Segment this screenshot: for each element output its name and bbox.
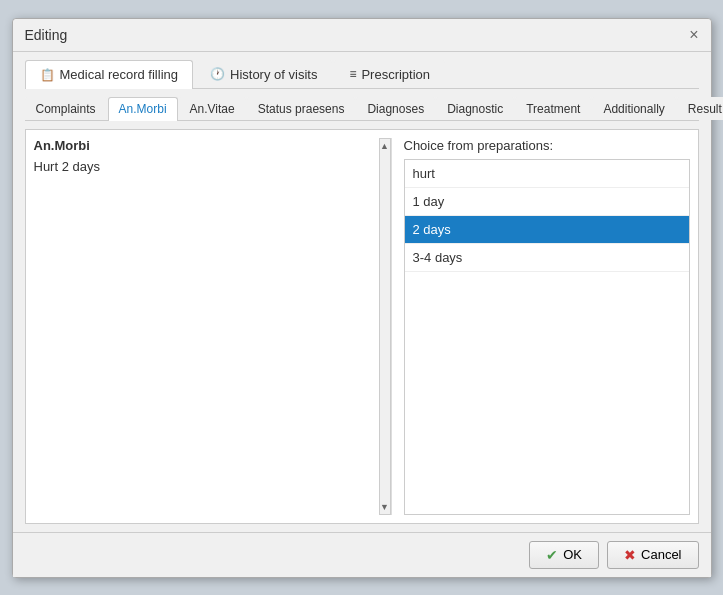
cancel-icon: ✖	[624, 547, 636, 563]
history-icon: 🕐	[210, 67, 225, 81]
tab-anmorbi[interactable]: An.Morbi	[108, 97, 178, 121]
choice-list: hurt 1 day 2 days 3-4 days	[404, 159, 690, 515]
ok-button[interactable]: ✔ OK	[529, 541, 599, 569]
list-item[interactable]: 1 day	[405, 188, 689, 216]
tab-prescription-label: Prescription	[361, 67, 430, 82]
prescription-icon: ≡	[349, 67, 356, 81]
inner-tabs: Complaints An.Morbi An.Vitae Status prae…	[25, 97, 699, 121]
dialog-title: Editing	[25, 27, 68, 43]
tab-medical-record[interactable]: 📋 Medical record filling	[25, 60, 194, 89]
cancel-button[interactable]: ✖ Cancel	[607, 541, 698, 569]
tab-status-praesens[interactable]: Status praesens	[247, 97, 356, 120]
dialog-footer: ✔ OK ✖ Cancel	[13, 532, 711, 577]
close-button[interactable]: ×	[689, 27, 698, 43]
list-item[interactable]: 3-4 days	[405, 244, 689, 272]
medical-record-icon: 📋	[40, 68, 55, 82]
left-panel: An.Morbi Hurt 2 days ▲ ▼	[34, 138, 392, 515]
left-scrollbar[interactable]: ▲ ▼	[379, 138, 391, 515]
left-panel-title: An.Morbi	[34, 138, 383, 153]
left-panel-content: Hurt 2 days	[34, 159, 383, 515]
editing-dialog: Editing × 📋 Medical record filling 🕐 His…	[12, 18, 712, 578]
tab-prescription[interactable]: ≡ Prescription	[334, 60, 445, 88]
scroll-up-arrow[interactable]: ▲	[380, 139, 390, 153]
content-area: An.Morbi Hurt 2 days ▲ ▼ Choice from pre…	[25, 129, 699, 524]
scroll-down-arrow[interactable]: ▼	[380, 500, 390, 514]
tab-diagnoses[interactable]: Diagnoses	[356, 97, 435, 120]
tab-diagnostic[interactable]: Diagnostic	[436, 97, 514, 120]
dialog-body: 📋 Medical record filling 🕐 History of vi…	[13, 52, 711, 532]
top-tabs: 📋 Medical record filling 🕐 History of vi…	[25, 60, 699, 89]
cancel-label: Cancel	[641, 547, 681, 562]
ok-label: OK	[563, 547, 582, 562]
tab-complaints[interactable]: Complaints	[25, 97, 107, 120]
choice-title: Choice from preparations:	[404, 138, 690, 153]
list-item[interactable]: 2 days	[405, 216, 689, 244]
tab-history-label: History of visits	[230, 67, 317, 82]
tab-additionally[interactable]: Additionally	[592, 97, 675, 120]
ok-icon: ✔	[546, 547, 558, 563]
tab-history-visits[interactable]: 🕐 History of visits	[195, 60, 332, 88]
tab-treatment[interactable]: Treatment	[515, 97, 591, 120]
tab-result[interactable]: Result	[677, 97, 723, 120]
tab-anvitae[interactable]: An.Vitae	[179, 97, 246, 120]
right-panel: Choice from preparations: hurt 1 day 2 d…	[400, 138, 690, 515]
dialog-titlebar: Editing ×	[13, 19, 711, 52]
tab-medical-label: Medical record filling	[60, 67, 179, 82]
list-item[interactable]: hurt	[405, 160, 689, 188]
